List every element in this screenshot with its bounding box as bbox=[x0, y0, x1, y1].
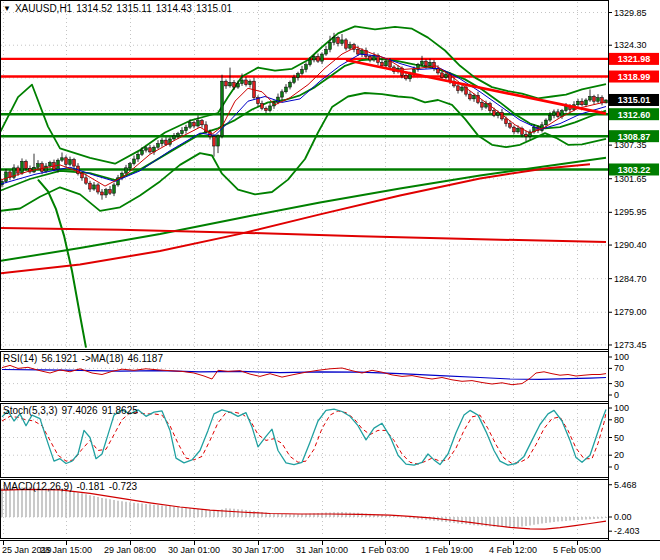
svg-text:1324.30: 1324.30 bbox=[614, 40, 647, 50]
svg-text:1308.87: 1308.87 bbox=[618, 132, 651, 142]
svg-text:4 Feb 12:00: 4 Feb 12:00 bbox=[489, 545, 537, 555]
macd-name: MACD(12,26,9) bbox=[3, 481, 72, 492]
chart-title-bar: ▼XAUUSD,H11314.521315.111314.431315.01 bbox=[3, 3, 236, 15]
rsi-name: RSI(14) bbox=[3, 353, 37, 364]
svg-text:100: 100 bbox=[614, 352, 629, 362]
svg-text:1273.45: 1273.45 bbox=[614, 340, 647, 350]
macd-signal-value: -0.723 bbox=[109, 481, 137, 492]
rsi-panel-label: RSI(14)56.1921->MA(18)46.1187 bbox=[3, 353, 167, 364]
svg-text:50: 50 bbox=[614, 433, 624, 443]
svg-text:1321.98: 1321.98 bbox=[618, 54, 651, 64]
svg-text:1318.99: 1318.99 bbox=[618, 72, 651, 82]
svg-text:1295.95: 1295.95 bbox=[614, 207, 647, 217]
rsi-ma-value: 46.1187 bbox=[128, 353, 163, 364]
svg-text:1279.00: 1279.00 bbox=[614, 307, 647, 317]
svg-text:1 Feb 19:00: 1 Feb 19:00 bbox=[425, 545, 473, 555]
rsi-value: 56.1921 bbox=[41, 353, 77, 364]
svg-text:28 Jan 15:00: 28 Jan 15:00 bbox=[40, 545, 92, 555]
svg-text:1290.40: 1290.40 bbox=[614, 240, 647, 250]
macd-value: -0.181 bbox=[76, 481, 104, 492]
svg-text:100: 100 bbox=[614, 403, 629, 413]
chart-window: 1329.851324.301307.351301.651295.951290.… bbox=[0, 0, 660, 560]
svg-text:-2.403: -2.403 bbox=[614, 526, 640, 536]
svg-text:29 Jan 08:00: 29 Jan 08:00 bbox=[104, 545, 156, 555]
svg-text:70: 70 bbox=[614, 363, 624, 373]
svg-text:1315.01: 1315.01 bbox=[618, 95, 651, 105]
dropdown-triangle-icon[interactable]: ▼ bbox=[3, 3, 11, 14]
svg-text:1303.22: 1303.22 bbox=[618, 165, 651, 175]
macd-panel-label: MACD(12,26,9)-0.181-0.723 bbox=[3, 481, 141, 492]
symbol-period-label: XAUUSD,H1 bbox=[15, 3, 72, 14]
quote-low: 1314.43 bbox=[156, 3, 192, 14]
svg-text:30 Jan 01:00: 30 Jan 01:00 bbox=[168, 545, 220, 555]
stoch-k-value: 97.4026 bbox=[61, 405, 97, 416]
quote-high: 1315.11 bbox=[116, 3, 151, 14]
svg-text:0.00: 0.00 bbox=[614, 512, 632, 522]
svg-text:1284.70: 1284.70 bbox=[614, 274, 647, 284]
svg-text:0: 0 bbox=[614, 390, 619, 400]
svg-text:80: 80 bbox=[614, 415, 624, 425]
svg-text:1312.60: 1312.60 bbox=[618, 110, 651, 120]
quote-open: 1314.52 bbox=[76, 3, 112, 14]
svg-text:30: 30 bbox=[614, 379, 624, 389]
stoch-d-value: 91.8625 bbox=[102, 405, 138, 416]
rsi-ma-name: ->MA(18) bbox=[82, 353, 124, 364]
svg-text:31 Jan 10:00: 31 Jan 10:00 bbox=[296, 545, 348, 555]
chart-canvas[interactable]: 1329.851324.301307.351301.651295.951290.… bbox=[0, 0, 660, 560]
svg-text:0: 0 bbox=[614, 462, 619, 472]
svg-text:20: 20 bbox=[614, 450, 624, 460]
svg-text:1329.85: 1329.85 bbox=[614, 8, 647, 18]
svg-text:5.468: 5.468 bbox=[614, 480, 637, 490]
quote-close: 1315.01 bbox=[196, 3, 232, 14]
svg-text:5 Feb 05:00: 5 Feb 05:00 bbox=[553, 545, 601, 555]
svg-text:30 Jan 17:00: 30 Jan 17:00 bbox=[232, 545, 284, 555]
stoch-name: Stoch(5,3,3) bbox=[3, 405, 57, 416]
stoch-panel-label: Stoch(5,3,3)97.402691.8625 bbox=[3, 405, 142, 416]
svg-text:1 Feb 03:00: 1 Feb 03:00 bbox=[361, 545, 409, 555]
